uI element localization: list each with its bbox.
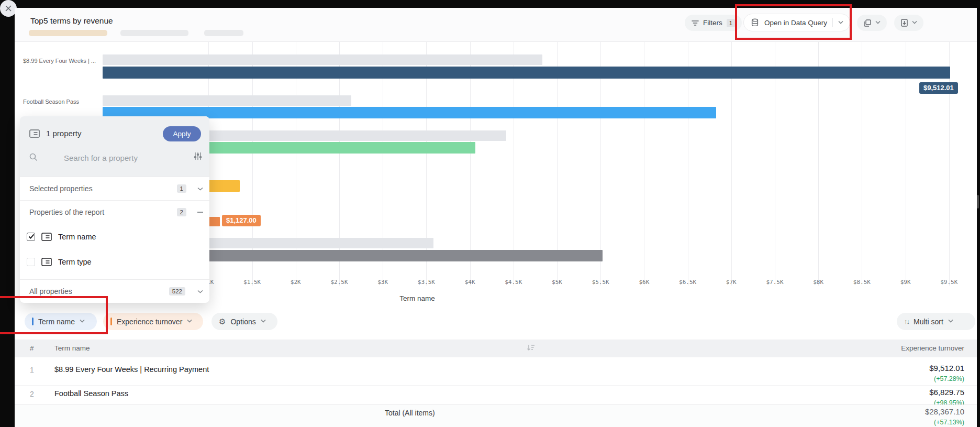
x-tick-label: $4.5K	[505, 279, 522, 286]
x-tick-label: $7.5K	[766, 279, 783, 286]
total-change: (+57.13%)	[934, 419, 964, 426]
x-tick-label: $6K	[639, 279, 649, 286]
options-chip[interactable]: ⚙ Options	[211, 313, 277, 330]
column-header-experience-turnover[interactable]: Experience turnover	[901, 344, 964, 352]
bar-current-period[interactable]	[103, 67, 950, 79]
sort-arrows-icon: ↑↓	[904, 317, 909, 325]
chevron-down-icon[interactable]	[197, 187, 203, 191]
section-badge: 2	[177, 208, 186, 216]
chip-label: Term name	[38, 317, 75, 326]
term-type-checkbox[interactable]	[27, 258, 35, 266]
column-header-index[interactable]: #	[30, 344, 34, 352]
open-in-data-query-button[interactable]: Open in Data Query	[743, 14, 850, 31]
chip-label: Multi sort	[914, 317, 943, 326]
property-item-term-type[interactable]: Term type	[27, 258, 92, 266]
chevron-down-icon[interactable]	[912, 20, 917, 25]
filters-label: Filters	[703, 19, 722, 27]
table-row[interactable]: 1 $8.99 Every Four Weeks | Recurring Pay…	[15, 357, 977, 386]
chevron-down-icon[interactable]	[838, 20, 843, 25]
report-properties-section[interactable]: Properties of the report 2	[20, 200, 209, 224]
turnover-value: $9,512.01	[929, 364, 964, 373]
chevron-down-icon[interactable]	[197, 290, 203, 293]
scrollbar-thumb[interactable]	[977, 195, 979, 209]
term-name-cell: $8.99 Every Four Weeks | Recurring Payme…	[54, 365, 209, 374]
export-button[interactable]	[894, 15, 923, 31]
chart-category-label: Football Season Pass	[23, 98, 101, 105]
x-tick-label: $8K	[813, 279, 823, 286]
filters-button[interactable]: Filters 1	[685, 15, 742, 31]
chip-label: Options	[230, 317, 255, 326]
x-tick-label: $2.5K	[330, 279, 348, 286]
metric-chip-experience-turnover[interactable]: Experience turnover	[103, 313, 203, 330]
property-list-icon	[29, 129, 40, 138]
table-total-row: Total (All items) $28,367.10 (+57.13%)	[15, 404, 977, 427]
multi-sort-chip[interactable]: ↑↓ Multi sort	[897, 313, 975, 330]
x-axis-title: Term name	[391, 294, 443, 302]
close-icon	[5, 5, 12, 12]
x-tick-label: $3.5K	[418, 279, 435, 286]
filter-settings-icon[interactable]	[194, 152, 202, 160]
property-item-term-name[interactable]: Term name	[27, 233, 96, 241]
all-properties-section[interactable]: All properties 522	[20, 279, 209, 303]
property-item-label: Term name	[58, 233, 96, 241]
section-badge: 522	[169, 287, 185, 295]
filter-icon	[692, 20, 699, 26]
table-row[interactable]: 2 Football Season Pass $6,829.75 (+98.95…	[15, 386, 977, 404]
chevron-down-icon	[948, 319, 953, 324]
panel-header	[20, 116, 209, 177]
x-tick-label: $1.5K	[243, 279, 261, 286]
dimension-chip-term-name[interactable]: Term name	[25, 313, 97, 330]
property-list-icon	[41, 258, 52, 266]
term-name-checkbox[interactable]	[27, 233, 35, 241]
chip-label: Experience turnover	[117, 317, 182, 326]
apply-button[interactable]: Apply	[163, 126, 201, 141]
divider	[832, 18, 833, 27]
page-title: Top5 terms by revenue	[30, 16, 113, 26]
total-value: $28,367.10	[925, 407, 964, 416]
property-search-input[interactable]	[64, 151, 184, 165]
x-tick-label: $9.5K	[940, 279, 957, 286]
sort-descending-icon[interactable]	[527, 344, 535, 351]
check-icon	[28, 233, 35, 240]
row-index: 1	[30, 366, 34, 374]
property-list-icon	[41, 233, 52, 241]
accent-bar	[110, 317, 112, 325]
x-axis: $1K$1.5K$2K$2.5K$3K$3.5K$4K$4.5K$5K$5.5K…	[103, 279, 980, 289]
x-tick-label: $3K	[377, 279, 388, 286]
bar-previous-period[interactable]	[103, 54, 542, 65]
bar-value-tooltip: $9,512.01	[919, 82, 958, 94]
table-header: # Term name Experience turnover	[15, 340, 977, 357]
x-tick-label: $6.5K	[679, 279, 696, 286]
chevron-down-icon	[261, 319, 265, 324]
bar-value-tooltip: $1,127.00	[222, 215, 261, 226]
database-icon	[751, 18, 759, 27]
row-index: 2	[30, 390, 34, 398]
collapse-icon[interactable]	[197, 212, 203, 213]
x-tick-label: $8.5K	[853, 279, 871, 286]
property-item-label: Term type	[58, 258, 92, 266]
chevron-down-icon[interactable]	[875, 20, 880, 25]
partial-chip	[29, 30, 107, 36]
turnover-value: $6,829.75	[929, 388, 964, 397]
chart-plot	[103, 42, 980, 286]
section-label: Properties of the report	[29, 208, 104, 216]
section-label: All properties	[29, 287, 72, 295]
partial-chip	[204, 30, 243, 36]
term-name-cell: Football Season Pass	[54, 389, 128, 398]
filters-count-badge: 1	[727, 19, 735, 27]
panel-title: 1 property	[46, 129, 82, 138]
selected-properties-section[interactable]: Selected properties 1	[20, 177, 209, 200]
search-icon	[29, 153, 38, 161]
x-tick-label: $7K	[726, 279, 737, 286]
turnover-change: (+57.28%)	[934, 375, 964, 382]
open-in-data-query-label: Open in Data Query	[764, 19, 827, 27]
x-tick-label: $5K	[552, 279, 562, 286]
download-icon	[901, 19, 908, 27]
column-header-term-name[interactable]: Term name	[54, 344, 90, 352]
x-tick-label: $4K	[465, 279, 475, 286]
property-picker-panel: 1 property Apply Selected properties 1 P…	[20, 116, 209, 303]
x-tick-label: $5.5K	[592, 279, 609, 286]
duplicate-widget-button[interactable]	[857, 15, 887, 31]
bar-previous-period[interactable]	[103, 95, 351, 106]
chevron-down-icon	[80, 319, 84, 324]
